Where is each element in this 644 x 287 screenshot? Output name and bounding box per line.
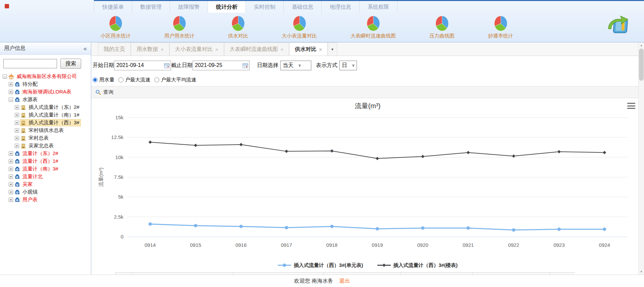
search-input[interactable] [3, 59, 57, 68]
expand-node-icon[interactable]: + [15, 121, 19, 125]
tree-item[interactable]: +小观镇 [3, 188, 91, 196]
expand-node-icon[interactable]: + [9, 198, 13, 202]
expand-node-icon[interactable]: + [15, 136, 19, 140]
radio-用水量[interactable] [93, 77, 98, 82]
toolbar-item-用户用水统计[interactable]: 用户用水统计 [164, 15, 195, 39]
radio-label[interactable]: 用水量 [99, 77, 114, 83]
search-button[interactable]: 搜索 [60, 59, 81, 69]
toolbar-item-大小表流量对比[interactable]: 大小表流量对比 [282, 15, 317, 39]
expand-node-icon[interactable]: + [15, 144, 19, 148]
tree-item[interactable]: +插入式流量计（南）1# [3, 111, 91, 119]
expand-node-icon[interactable]: + [15, 105, 19, 110]
sidebar-header: 用户信息 « [0, 43, 91, 55]
legend-item[interactable]: 插入式流量计（西）3#(楼表) [377, 262, 458, 269]
tree-item[interactable]: +宋村总表 [3, 134, 91, 142]
radio-户最大平均流速[interactable] [154, 77, 159, 82]
chart-menu-button[interactable] [627, 103, 635, 109]
collapse-node-icon[interactable]: - [3, 74, 7, 79]
main-tab-实时控制[interactable]: 实时控制 [246, 1, 284, 13]
expand-node-icon[interactable]: + [9, 90, 13, 94]
calendar-icon[interactable] [164, 63, 170, 70]
content-scrollbar[interactable]: ▲ ▼ [638, 43, 644, 275]
radio-label[interactable]: 户最大平均流速 [161, 77, 196, 83]
tree-item[interactable]: +插入式流量计（西）3# [3, 119, 91, 127]
main-tab-快捷菜单[interactable]: 快捷菜单 [94, 1, 132, 13]
radio-label[interactable]: 户最大流速 [125, 77, 150, 83]
pie-chart-icon [292, 15, 307, 32]
tree-item[interactable]: +吴家北总表 [3, 142, 91, 150]
display-mode-label: 表示方式 [316, 62, 337, 69]
doc-tab-大小表流量对比[interactable]: 大小表流量对比× [169, 43, 224, 56]
scroll-up-icon[interactable]: ▲ [639, 43, 644, 48]
tab-list-dropdown-button[interactable]: ▼ [328, 43, 337, 56]
user-tree: -威海南海新区水务有限公司+待分配+南海新增调试LORA表-水源表+插入式流量计… [0, 71, 91, 204]
expand-node-icon[interactable]: + [9, 182, 13, 187]
main-tab-系统权限[interactable]: 系统权限 [360, 1, 397, 13]
main-tab-基础信息[interactable]: 基础信息 [284, 1, 322, 13]
scrollbar-thumb[interactable] [639, 49, 644, 81]
end-date-input[interactable] [193, 62, 240, 68]
tree-item[interactable]: +宋村镇供水总表 [3, 127, 91, 134]
toolbar-item-大表瞬时流速曲线图[interactable]: 大表瞬时流速曲线图 [351, 15, 396, 39]
display-mode-select[interactable]: 日 ∨ [339, 61, 357, 70]
radio-户最大流速[interactable] [118, 77, 123, 82]
toolbar-ribbon: 小区用水统计用户用水统计供水对比大小表流量对比大表瞬时流速曲线图压力曲线图抄通率… [0, 13, 644, 42]
toolbar-item-抄通率统计[interactable]: 抄通率统计 [488, 15, 513, 39]
main-tab-故障报警[interactable]: 故障报警 [170, 1, 208, 13]
doc-tab-供水对比[interactable]: 供水对比× [289, 43, 328, 56]
start-date-input[interactable] [114, 62, 161, 68]
tree-item[interactable]: +插入式流量计（东）2# [3, 103, 91, 111]
query-button-label: 查询 [103, 89, 113, 95]
expand-node-icon[interactable]: + [9, 82, 13, 86]
tree-item[interactable]: -水源表 [3, 96, 91, 103]
scroll-down-icon[interactable]: ▼ [639, 269, 644, 275]
toolbar-items: 小区用水统计用户用水统计供水对比大小表流量对比大表瞬时流速曲线图压力曲线图抄通率… [101, 15, 513, 39]
tree-item[interactable]: +流量计北 [3, 173, 91, 181]
doc-tab-label: 供水对比 [295, 46, 316, 53]
svg-text:15k: 15k [115, 115, 124, 120]
toolbar-item-小区用水统计[interactable]: 小区用水统计 [101, 15, 131, 39]
toolbar-item-压力曲线图[interactable]: 压力曲线图 [429, 15, 454, 39]
expand-node-icon[interactable]: + [9, 174, 13, 179]
sidebar-title: 用户信息 [4, 45, 84, 52]
tree-item[interactable]: -威海南海新区水务有限公司 [3, 73, 91, 80]
tree-item-label: 威海南海新区水务有限公司 [15, 73, 78, 80]
tree-item[interactable]: +用户表 [3, 196, 91, 204]
close-tab-icon[interactable]: × [281, 47, 284, 52]
query-button[interactable]: 查询 [91, 86, 644, 98]
sidebar-collapse-button[interactable]: « [84, 46, 87, 52]
tree-item[interactable]: +流量计（西）1# [3, 157, 91, 165]
tree-item[interactable]: +流量计（南）3# [3, 165, 91, 173]
main-tab-统计分析[interactable]: 统计分析 [208, 1, 246, 13]
doc-tab-大表瞬时流速曲线图[interactable]: 大表瞬时流速曲线图× [224, 43, 289, 56]
doc-tab-label: 大表瞬时流速曲线图 [230, 46, 278, 53]
close-tab-icon[interactable]: × [215, 47, 218, 52]
main-tab-数据管理[interactable]: 数据管理 [132, 1, 170, 13]
calendar-icon[interactable] [243, 63, 248, 70]
close-tab-icon[interactable]: × [161, 47, 164, 52]
tree-item[interactable]: +流量计（东）2# [3, 150, 91, 157]
doc-tab-我的主页[interactable]: 我的主页 [98, 43, 131, 56]
date-range-select[interactable]: 当天 ∨ [280, 61, 311, 70]
logout-link[interactable]: 退出 [339, 278, 350, 285]
expand-node-icon[interactable]: + [15, 113, 19, 117]
expand-node-icon[interactable]: + [9, 167, 13, 171]
legend-item[interactable]: 插入式流量计（西）3#(单元表) [278, 262, 363, 269]
tree-item[interactable]: +南海新增调试LORA表 [3, 88, 91, 96]
expand-node-icon[interactable]: + [9, 159, 13, 163]
close-tab-icon[interactable]: × [319, 47, 322, 52]
expand-node-icon[interactable]: + [9, 151, 13, 156]
tree-item-label: 流量计（西）1# [21, 158, 59, 164]
doc-tab-用水数据[interactable]: 用水数据× [131, 43, 169, 56]
svg-text:0922: 0922 [508, 242, 519, 248]
metric-radio-group: 用水量户最大流速户最大平均流速 [91, 75, 644, 85]
expand-node-icon[interactable]: + [15, 128, 19, 133]
building-icon [20, 136, 26, 141]
collapse-node-icon[interactable]: - [9, 97, 13, 102]
meter-icon [14, 190, 20, 195]
toolbar-item-供水对比[interactable]: 供水对比 [228, 15, 248, 39]
tree-item[interactable]: +待分配 [3, 80, 91, 88]
expand-node-icon[interactable]: + [9, 190, 13, 194]
main-tab-地理信息[interactable]: 地理信息 [322, 1, 360, 13]
tree-item[interactable]: +吴家 [3, 181, 91, 188]
